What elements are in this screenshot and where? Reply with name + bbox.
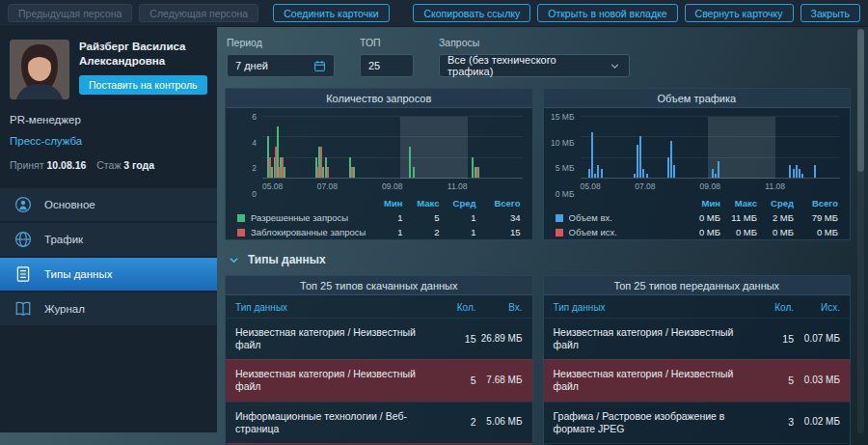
sidebar-item-data-types[interactable]: Типы данных xyxy=(0,258,217,291)
table-row[interactable]: Неизвестная категория / Неизвестный файл… xyxy=(544,359,851,401)
open-new-tab-button[interactable]: Открыть в новой вкладке xyxy=(537,4,677,22)
tenure-value: 3 года xyxy=(123,159,154,171)
table-header: Тип данныхКол.Исх. xyxy=(544,295,851,318)
sidebar: Райзберг Василиса Александровна Поставит… xyxy=(0,27,217,432)
legend-item: Разрешенные запросы xyxy=(237,212,370,223)
top-count-input[interactable]: 25 xyxy=(360,54,414,77)
close-button[interactable]: Закрыть xyxy=(800,4,860,22)
chart-bar xyxy=(673,165,675,178)
sidebar-item-label: Основное xyxy=(44,199,95,210)
chart-bar xyxy=(588,169,590,178)
x-axis: 05.0807.0809.0811.08 xyxy=(262,181,523,194)
sidebar-item-label: Трафик xyxy=(44,234,83,245)
count-cell: 15 xyxy=(444,333,476,346)
window-body: Райзберг Василиса Александровна Поставит… xyxy=(0,27,868,445)
next-person-button[interactable]: Следующая персона xyxy=(139,4,258,22)
chart-bar xyxy=(718,161,719,178)
tenure-label: Стаж xyxy=(96,159,121,171)
stat-value: 15 xyxy=(476,227,521,237)
topbar-actions: Скопировать ссылкуОткрыть в новой вкладк… xyxy=(413,4,860,22)
legend-swatch xyxy=(237,214,245,222)
chart-legend-stats: МинМаксСредВсегоОбъем вх.0 МБ11 МБ2 МБ79… xyxy=(544,194,851,240)
y-tick-label: 6 xyxy=(252,112,257,122)
stat-value: 1 xyxy=(440,227,476,237)
collapse-card-button[interactable]: Свернуть карточку xyxy=(685,4,794,22)
volume-cell: 5.06 МБ xyxy=(476,416,523,429)
stat-header: Всего xyxy=(794,198,838,209)
merge-cards-button[interactable]: Соединить карточки xyxy=(273,4,389,22)
data-types-section-header[interactable]: Типы данных xyxy=(229,253,849,266)
chart-bar xyxy=(413,167,415,178)
filters-bar: Период 7 дней ТОП 25 Запросы xyxy=(225,35,851,88)
user-icon xyxy=(14,196,32,213)
top-value: 25 xyxy=(368,60,380,71)
put-on-control-button[interactable]: Поставить на контроль xyxy=(79,75,207,95)
table-row[interactable]: Графика / Растровое изображение в формат… xyxy=(544,402,851,443)
scrollbar-thumb[interactable] xyxy=(857,29,864,172)
chart-bar xyxy=(639,136,641,178)
sidebar-menu: ОсновноеТрафикТипы данныхЖурнал xyxy=(0,188,217,325)
profile-photo xyxy=(10,40,69,99)
table-row[interactable]: Информационные технологии / Веб-страница… xyxy=(226,402,532,443)
charts-row: Количество запросов 0246 05.0807.0809.08… xyxy=(225,88,851,240)
column-header: Тип данных xyxy=(235,302,444,313)
stat-value: 0 МБ xyxy=(794,227,838,237)
column-header: Кол. xyxy=(761,302,794,313)
queries-select[interactable]: Все (без технического трафика) xyxy=(439,54,630,77)
stat-value: 11 МБ xyxy=(720,212,757,223)
table-title: Топ 25 типов переданных данных xyxy=(544,276,851,295)
sidebar-item-traffic[interactable]: Трафик xyxy=(0,223,217,256)
person-name: Райзберг Василиса Александровна xyxy=(79,40,207,69)
volume-cell: 0.03 МБ xyxy=(794,375,840,387)
legend-item: Объем исх. xyxy=(556,227,689,237)
section-title: Типы данных xyxy=(248,253,326,266)
volume-cell: 7.68 МБ xyxy=(476,375,523,387)
gridline xyxy=(262,157,523,158)
column-header: Исх. xyxy=(794,302,840,313)
chart-bar xyxy=(814,165,816,178)
sidebar-item-main[interactable]: Основное xyxy=(0,188,217,221)
queries-value: Все (без технического трафика) xyxy=(448,54,603,77)
chart-bar xyxy=(601,169,603,178)
gridline xyxy=(262,136,523,137)
x-axis: 05.0807.0809.0811.08 xyxy=(581,181,841,194)
stat-header: Макс xyxy=(403,198,440,209)
queries-label: Запросы xyxy=(439,37,630,48)
chart-bar xyxy=(796,165,798,178)
table-header: Тип данныхКол.Вх. xyxy=(226,295,532,318)
x-tick-label: 11.08 xyxy=(448,181,468,191)
person-department-link[interactable]: Пресс-служба xyxy=(10,135,207,147)
table-row[interactable]: Неизвестная категория / Неизвестный файл… xyxy=(226,318,532,359)
count-cell: 2 xyxy=(444,416,476,429)
y-tick-label: 15 МБ xyxy=(551,112,574,122)
chart-title: Количество запросов xyxy=(226,89,532,108)
chart-bar xyxy=(591,132,593,178)
chart-plot xyxy=(262,117,523,179)
main-content: Период 7 дней ТОП 25 Запросы xyxy=(217,27,868,445)
stat-header: Макс xyxy=(720,198,757,209)
requests-chart-panel: Количество запросов 0246 05.0807.0809.08… xyxy=(225,88,533,240)
data-type-cell: Неизвестная категория / Неизвестный файл xyxy=(235,326,444,351)
stat-value: 0 МБ xyxy=(757,227,794,237)
table-body: Неизвестная категория / Неизвестный файл… xyxy=(226,318,532,445)
person-card-window: Предыдущая персона Следующая персона Сое… xyxy=(0,0,868,445)
count-cell: 15 xyxy=(761,333,794,346)
chart-bar xyxy=(712,169,714,178)
calendar-icon xyxy=(313,60,326,72)
table-row[interactable]: Неизвестная категория / Неизвестный файл… xyxy=(544,318,851,359)
sidebar-item-journal[interactable]: Журнал xyxy=(0,292,217,325)
legend-item: Объем вх. xyxy=(556,212,689,223)
legend-label: Объем исх. xyxy=(569,227,617,237)
x-tick-label: 07.08 xyxy=(317,181,338,191)
stat-header: Всего xyxy=(476,198,521,209)
data-type-cell: Неизвестная категория / Неизвестный файл xyxy=(554,326,762,351)
y-tick-label: 10 МБ xyxy=(551,138,574,148)
chart-bar xyxy=(634,174,636,178)
prev-person-button[interactable]: Предыдущая персона xyxy=(8,4,132,22)
table-row[interactable]: Неизвестная категория / Неизвестный файл… xyxy=(226,359,532,401)
period-select[interactable]: 7 дней xyxy=(227,54,335,77)
x-tick-label: 09.08 xyxy=(382,181,402,191)
copy-link-button[interactable]: Скопировать ссылку xyxy=(413,4,530,22)
scrollbar[interactable] xyxy=(857,29,864,433)
table-body: Неизвестная категория / Неизвестный файл… xyxy=(544,318,851,445)
